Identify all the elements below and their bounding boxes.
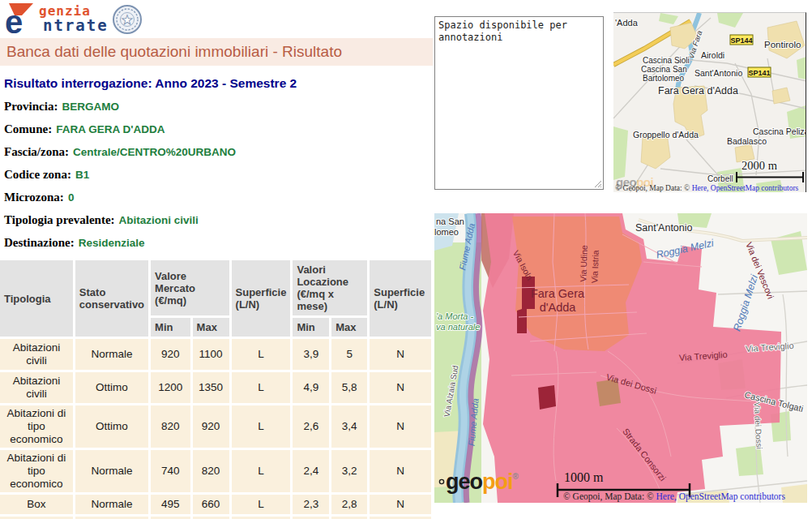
field-value: FARA GERA D'ADDA bbox=[56, 123, 165, 135]
col-superficie-1: Superficie (L/N) bbox=[232, 260, 291, 337]
resize-grip-icon[interactable] bbox=[594, 180, 602, 188]
map-attribution: © Geopoi, Map Data: © Here, OpenStreetMa… bbox=[615, 184, 799, 192]
cell-min: 740 bbox=[151, 450, 190, 492]
cell-superficie: L bbox=[232, 339, 291, 370]
map-label: Via Udine bbox=[578, 245, 589, 282]
zone-map[interactable]: na San lomeo Fiume Adda Fiume Adda 'a Mo… bbox=[434, 213, 807, 503]
map-label: lomeo bbox=[434, 227, 459, 237]
cell-superficie: N bbox=[370, 372, 431, 403]
field-label: Fascia/zona: bbox=[4, 145, 69, 158]
quotazioni-result-page: e genzia ntrate ★ Banca dati delle quota… bbox=[0, 0, 812, 519]
col-max: Max bbox=[331, 318, 367, 337]
cell-max: 920 bbox=[193, 405, 229, 448]
field-label: Destinazione: bbox=[4, 236, 75, 249]
map-attribution: © Geopoi, Map Data: © Here, OpenStreetMa… bbox=[563, 491, 785, 502]
page-banner: Banca dati delle quotazioni immobiliari … bbox=[0, 38, 433, 66]
cell-tipologia: Abitazioni civili bbox=[0, 339, 73, 370]
cell-max: 5,8 bbox=[331, 372, 367, 403]
map-label: va naturale bbox=[436, 322, 480, 332]
cell-max: 5 bbox=[331, 339, 367, 370]
table-header-row: Tipologia Stato conservativo Valore Merc… bbox=[0, 260, 431, 315]
field-value: BERGAMO bbox=[62, 101, 119, 113]
cell-max: 3,2 bbox=[331, 450, 367, 492]
svg-text:SP144: SP144 bbox=[730, 36, 752, 45]
table-row: Abitazioni civiliOttimo12001350L4,95,8N bbox=[0, 372, 431, 403]
cell-stato: Ottimo bbox=[75, 372, 148, 403]
cell-superficie: N bbox=[370, 450, 431, 492]
cell-min: 2,3 bbox=[293, 495, 329, 514]
cell-min: 820 bbox=[151, 405, 190, 448]
svg-text:2000 m: 2000 m bbox=[741, 159, 778, 172]
result-title: Risultato interrogazione: Anno 2023 - Se… bbox=[4, 76, 434, 91]
cell-tipologia: Abitazioni di tipo economico bbox=[0, 405, 73, 448]
field-comune: Comune:FARA GERA D'ADDA bbox=[4, 122, 434, 136]
road-badge-sp141: SP141 bbox=[748, 67, 771, 77]
map-label: 'a Morta - bbox=[436, 311, 473, 321]
svg-text:SP141: SP141 bbox=[748, 69, 770, 77]
field-value: Abitazioni civili bbox=[119, 214, 199, 226]
logo-word-entrate: ntrate bbox=[43, 18, 109, 33]
svg-text:1000 m: 1000 m bbox=[564, 470, 604, 484]
field-fascia-zona: Fascia/zona:Centrale/CENTRO%20URBANO bbox=[4, 144, 434, 159]
cell-min: 2,4 bbox=[293, 450, 329, 492]
map-label: Cascina San bbox=[641, 65, 687, 74]
table-row: Abitazioni di tipo economicoNormale74082… bbox=[0, 450, 431, 492]
field-label: Codice zona: bbox=[4, 168, 71, 181]
cell-stato: Normale bbox=[75, 450, 148, 492]
map-label: d'Adda bbox=[540, 301, 577, 314]
col-valori-locazione: Valori Locazione (€/mq x mese) bbox=[293, 260, 367, 315]
map-label: Cascina Peliza bbox=[753, 127, 806, 136]
field-codice-zona: Codice zona:B1 bbox=[4, 167, 434, 182]
cell-stato: Normale bbox=[75, 495, 148, 514]
field-label: Comune: bbox=[4, 122, 52, 135]
map-label: Sant'Antonio bbox=[635, 222, 693, 234]
map-label: Cascina Sioli bbox=[643, 56, 690, 65]
annotations-textarea[interactable]: Spazio disponibile per annotazioni bbox=[434, 16, 604, 190]
col-tipologia: Tipologia bbox=[0, 260, 73, 337]
cell-stato: Normale bbox=[75, 339, 148, 370]
cell-stato: Ottimo bbox=[75, 405, 148, 448]
field-provincia: Provincia:BERGAMO bbox=[4, 99, 434, 114]
cell-max: 1100 bbox=[193, 339, 229, 370]
cell-superficie: L bbox=[232, 405, 291, 448]
annotations-box: Spazio disponibile per annotazioni bbox=[434, 16, 604, 190]
agenzia-entrate-logo: e genzia ntrate ★ bbox=[0, 0, 434, 36]
field-value: Residenziale bbox=[79, 237, 145, 249]
cell-superficie: N bbox=[370, 339, 431, 370]
svg-text:★: ★ bbox=[121, 13, 132, 27]
cell-max: 660 bbox=[193, 495, 229, 514]
svg-text:e: e bbox=[5, 4, 23, 36]
map-label: Badalasco bbox=[727, 136, 767, 146]
map-label: Via Istria bbox=[589, 250, 600, 283]
cell-min: 2,6 bbox=[293, 405, 329, 448]
col-superficie-2: Superficie (L/N) bbox=[370, 260, 431, 337]
map-label: na San bbox=[436, 217, 464, 226]
map-label: Fara Gera d'Adda bbox=[658, 85, 738, 97]
map-label: Sant'Antonio bbox=[694, 68, 742, 78]
cell-min: 4,9 bbox=[293, 372, 329, 403]
field-label: Microzona: bbox=[4, 191, 64, 204]
map-label: Corbell bbox=[707, 174, 733, 183]
col-stato-conservativo: Stato conservativo bbox=[75, 260, 148, 337]
query-summary: Provincia:BERGAMO Comune:FARA GERA D'ADD… bbox=[4, 99, 434, 250]
map-label: Airoldi bbox=[701, 50, 724, 60]
cell-max: 820 bbox=[193, 450, 229, 492]
cell-superficie: N bbox=[370, 405, 431, 448]
col-valore-mercato: Valore Mercato (€/mq) bbox=[151, 260, 229, 315]
field-label: Provincia: bbox=[4, 100, 58, 113]
field-value: Centrale/CENTRO%20URBANO bbox=[73, 146, 236, 158]
geopoi-logo: geopoi® bbox=[439, 470, 519, 494]
quotations-table: Tipologia Stato conservativo Valore Merc… bbox=[0, 258, 434, 519]
field-tipologia-prevalente: Tipologia prevalente:Abitazioni civili bbox=[4, 212, 434, 227]
table-row: Abitazioni di tipo economicoOttimo820920… bbox=[0, 405, 431, 448]
cell-min: 495 bbox=[151, 495, 190, 514]
cell-superficie: L bbox=[232, 495, 291, 514]
attribution-links[interactable]: Here, OpenStreetMap contributors bbox=[692, 184, 799, 192]
table-row: Abitazioni civiliNormale9201100L3,95N bbox=[0, 339, 431, 370]
cell-min: 1200 bbox=[151, 372, 190, 403]
attribution-links[interactable]: Here, OpenStreetMap contributors bbox=[656, 491, 786, 502]
overview-map[interactable]: 'Adda Via Fara Airoldi Pontirolo Cascina… bbox=[613, 12, 806, 192]
map-label: 'Adda bbox=[615, 18, 639, 28]
field-label: Tipologia prevalente: bbox=[4, 213, 115, 226]
table-row: BoxNormale495660L2,32,8N bbox=[0, 495, 431, 514]
